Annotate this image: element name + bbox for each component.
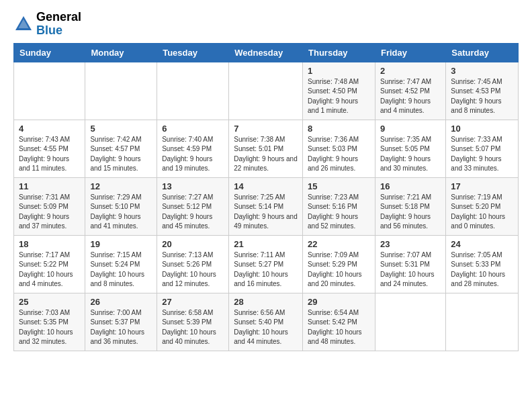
day-number: 14 (234, 181, 298, 191)
day-number: 3 (451, 66, 513, 76)
calendar-cell: 6Sunrise: 7:40 AM Sunset: 4:59 PM Daylig… (157, 120, 229, 177)
day-detail: Sunrise: 7:42 AM Sunset: 4:57 PM Dayligh… (90, 135, 152, 174)
day-number: 6 (162, 124, 224, 134)
calendar-table: SundayMondayTuesdayWednesdayThursdayFrid… (13, 43, 519, 351)
calendar-cell: 13Sunrise: 7:27 AM Sunset: 5:12 PM Dayli… (157, 177, 229, 235)
page-header: General Blue (13, 11, 519, 38)
day-header-sunday: Sunday (14, 43, 85, 62)
calendar-cell: 1Sunrise: 7:48 AM Sunset: 4:50 PM Daylig… (303, 62, 375, 120)
day-detail: Sunrise: 7:17 AM Sunset: 5:22 PM Dayligh… (19, 250, 80, 289)
day-number: 25 (19, 297, 80, 307)
calendar-cell: 25Sunrise: 7:03 AM Sunset: 5:35 PM Dayli… (14, 293, 85, 351)
day-detail: Sunrise: 7:19 AM Sunset: 5:20 PM Dayligh… (451, 193, 513, 232)
day-number: 23 (380, 239, 441, 249)
logo-text: General Blue (36, 11, 81, 38)
day-number: 21 (234, 239, 298, 249)
calendar-cell: 14Sunrise: 7:25 AM Sunset: 5:14 PM Dayli… (229, 177, 303, 235)
calendar-header-row: SundayMondayTuesdayWednesdayThursdayFrid… (14, 43, 519, 62)
calendar-cell (14, 62, 85, 120)
day-number: 26 (90, 297, 152, 307)
calendar-cell: 9Sunrise: 7:35 AM Sunset: 5:05 PM Daylig… (375, 120, 445, 177)
logo: General Blue (13, 11, 81, 38)
calendar-cell (85, 62, 157, 120)
day-number: 5 (90, 124, 152, 134)
calendar-cell (375, 293, 445, 351)
day-detail: Sunrise: 6:58 AM Sunset: 5:39 PM Dayligh… (162, 308, 224, 347)
calendar-cell: 27Sunrise: 6:58 AM Sunset: 5:39 PM Dayli… (157, 293, 229, 351)
day-number: 29 (308, 297, 370, 307)
day-detail: Sunrise: 7:33 AM Sunset: 5:07 PM Dayligh… (451, 135, 513, 174)
calendar-cell: 18Sunrise: 7:17 AM Sunset: 5:22 PM Dayli… (14, 235, 85, 293)
logo-icon (13, 14, 34, 34)
day-detail: Sunrise: 7:03 AM Sunset: 5:35 PM Dayligh… (19, 308, 80, 347)
calendar-cell (229, 62, 303, 120)
calendar-cell: 19Sunrise: 7:15 AM Sunset: 5:24 PM Dayli… (85, 235, 157, 293)
day-detail: Sunrise: 7:21 AM Sunset: 5:18 PM Dayligh… (380, 193, 441, 232)
calendar-cell: 21Sunrise: 7:11 AM Sunset: 5:27 PM Dayli… (229, 235, 303, 293)
calendar-cell: 15Sunrise: 7:23 AM Sunset: 5:16 PM Dayli… (303, 177, 375, 235)
day-detail: Sunrise: 7:15 AM Sunset: 5:24 PM Dayligh… (90, 250, 152, 289)
calendar-cell: 23Sunrise: 7:07 AM Sunset: 5:31 PM Dayli… (375, 235, 445, 293)
day-number: 16 (380, 181, 441, 191)
day-detail: Sunrise: 7:40 AM Sunset: 4:59 PM Dayligh… (162, 135, 224, 174)
day-number: 8 (308, 124, 370, 134)
calendar-cell: 29Sunrise: 6:54 AM Sunset: 5:42 PM Dayli… (303, 293, 375, 351)
calendar-cell: 8Sunrise: 7:36 AM Sunset: 5:03 PM Daylig… (303, 120, 375, 177)
day-header-friday: Friday (375, 43, 445, 62)
calendar-cell: 16Sunrise: 7:21 AM Sunset: 5:18 PM Dayli… (375, 177, 445, 235)
day-detail: Sunrise: 7:00 AM Sunset: 5:37 PM Dayligh… (90, 308, 152, 347)
calendar-cell: 24Sunrise: 7:05 AM Sunset: 5:33 PM Dayli… (446, 235, 519, 293)
day-number: 22 (308, 239, 370, 249)
day-number: 27 (162, 297, 224, 307)
week-row-1: 1Sunrise: 7:48 AM Sunset: 4:50 PM Daylig… (14, 62, 519, 120)
day-number: 2 (380, 66, 441, 76)
week-row-2: 4Sunrise: 7:43 AM Sunset: 4:55 PM Daylig… (14, 120, 519, 177)
calendar-cell: 5Sunrise: 7:42 AM Sunset: 4:57 PM Daylig… (85, 120, 157, 177)
calendar-cell: 7Sunrise: 7:38 AM Sunset: 5:01 PM Daylig… (229, 120, 303, 177)
day-number: 7 (234, 124, 298, 134)
day-detail: Sunrise: 7:07 AM Sunset: 5:31 PM Dayligh… (380, 250, 441, 289)
day-detail: Sunrise: 7:25 AM Sunset: 5:14 PM Dayligh… (234, 193, 298, 232)
day-number: 19 (90, 239, 152, 249)
day-number: 17 (451, 181, 513, 191)
calendar-cell: 12Sunrise: 7:29 AM Sunset: 5:10 PM Dayli… (85, 177, 157, 235)
day-detail: Sunrise: 7:11 AM Sunset: 5:27 PM Dayligh… (234, 250, 298, 289)
day-detail: Sunrise: 7:13 AM Sunset: 5:26 PM Dayligh… (162, 250, 224, 289)
week-row-5: 25Sunrise: 7:03 AM Sunset: 5:35 PM Dayli… (14, 293, 519, 351)
calendar-cell (446, 293, 519, 351)
day-detail: Sunrise: 7:36 AM Sunset: 5:03 PM Dayligh… (308, 135, 370, 174)
day-header-wednesday: Wednesday (229, 43, 303, 62)
day-number: 12 (90, 181, 152, 191)
day-number: 10 (451, 124, 513, 134)
day-number: 13 (162, 181, 224, 191)
day-detail: Sunrise: 7:05 AM Sunset: 5:33 PM Dayligh… (451, 250, 513, 289)
day-detail: Sunrise: 6:54 AM Sunset: 5:42 PM Dayligh… (308, 308, 370, 347)
day-number: 20 (162, 239, 224, 249)
day-header-saturday: Saturday (446, 43, 519, 62)
calendar-cell: 3Sunrise: 7:45 AM Sunset: 4:53 PM Daylig… (446, 62, 519, 120)
day-number: 28 (234, 297, 298, 307)
day-header-tuesday: Tuesday (157, 43, 229, 62)
day-detail: Sunrise: 7:43 AM Sunset: 4:55 PM Dayligh… (19, 135, 80, 174)
day-detail: Sunrise: 7:09 AM Sunset: 5:29 PM Dayligh… (308, 250, 370, 289)
day-detail: Sunrise: 7:27 AM Sunset: 5:12 PM Dayligh… (162, 193, 224, 232)
day-detail: Sunrise: 7:35 AM Sunset: 5:05 PM Dayligh… (380, 135, 441, 174)
day-detail: Sunrise: 7:23 AM Sunset: 5:16 PM Dayligh… (308, 193, 370, 232)
calendar-cell: 4Sunrise: 7:43 AM Sunset: 4:55 PM Daylig… (14, 120, 85, 177)
calendar-cell (157, 62, 229, 120)
day-detail: Sunrise: 6:56 AM Sunset: 5:40 PM Dayligh… (234, 308, 298, 347)
week-row-4: 18Sunrise: 7:17 AM Sunset: 5:22 PM Dayli… (14, 235, 519, 293)
day-number: 15 (308, 181, 370, 191)
day-number: 4 (19, 124, 80, 134)
calendar-cell: 17Sunrise: 7:19 AM Sunset: 5:20 PM Dayli… (446, 177, 519, 235)
day-number: 1 (308, 66, 370, 76)
day-header-thursday: Thursday (303, 43, 375, 62)
week-row-3: 11Sunrise: 7:31 AM Sunset: 5:09 PM Dayli… (14, 177, 519, 235)
calendar-cell: 10Sunrise: 7:33 AM Sunset: 5:07 PM Dayli… (446, 120, 519, 177)
calendar-cell: 20Sunrise: 7:13 AM Sunset: 5:26 PM Dayli… (157, 235, 229, 293)
day-number: 11 (19, 181, 80, 191)
day-detail: Sunrise: 7:45 AM Sunset: 4:53 PM Dayligh… (451, 77, 513, 116)
calendar-cell: 11Sunrise: 7:31 AM Sunset: 5:09 PM Dayli… (14, 177, 85, 235)
calendar-cell: 2Sunrise: 7:47 AM Sunset: 4:52 PM Daylig… (375, 62, 445, 120)
day-number: 18 (19, 239, 80, 249)
